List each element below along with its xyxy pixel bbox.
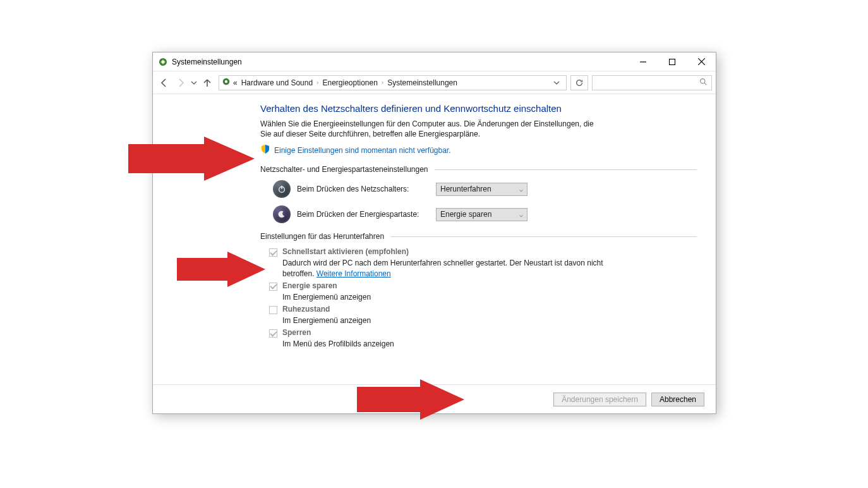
maximize-button[interactable] bbox=[658, 52, 687, 71]
nav-up-button[interactable] bbox=[200, 75, 215, 90]
content-area: Verhalten des Netzschalters definieren u… bbox=[153, 94, 716, 384]
lock-opt-desc: Im Menü des Profilbilds anzeigen bbox=[282, 339, 611, 349]
close-button[interactable] bbox=[687, 52, 716, 71]
navbar: « Hardware und Sound › Energieoptionen ›… bbox=[153, 71, 716, 94]
search-icon bbox=[699, 78, 708, 88]
page-description: Wählen Sie die Energieeinstellungen für … bbox=[260, 119, 601, 139]
breadcrumb-prefix: « bbox=[233, 78, 238, 87]
hibernate-opt-label: Ruhezustand bbox=[282, 305, 330, 314]
sleep-button-label: Beim Drücken der Energiespartaste: bbox=[297, 210, 430, 219]
option-lock: Sperren bbox=[269, 328, 697, 338]
power-button-label: Beim Drücken des Netzschalters: bbox=[297, 185, 430, 193]
sleep-button-row: Beim Drücken der Energiespartaste: Energ… bbox=[273, 205, 697, 223]
chevron-right-icon: › bbox=[316, 79, 318, 86]
address-bar[interactable]: « Hardware und Sound › Energieoptionen ›… bbox=[219, 75, 567, 90]
nav-back-button[interactable] bbox=[157, 75, 172, 90]
fast-startup-checkbox[interactable] bbox=[269, 248, 277, 257]
hibernate-opt-desc: Im Energiemenü anzeigen bbox=[282, 315, 611, 326]
svg-line-9 bbox=[704, 83, 706, 85]
sleep-checkbox[interactable] bbox=[269, 283, 277, 291]
chevron-right-icon: › bbox=[382, 79, 383, 86]
option-sleep: Energie sparen bbox=[269, 281, 697, 291]
cancel-button[interactable]: Abbrechen bbox=[651, 393, 704, 406]
chevron-down-icon: ⌵ bbox=[519, 186, 523, 193]
minimize-button[interactable] bbox=[629, 52, 658, 71]
svg-point-1 bbox=[162, 61, 164, 63]
search-input[interactable] bbox=[592, 75, 712, 90]
sleep-button-dropdown[interactable]: Energie sparen ⌵ bbox=[436, 208, 527, 221]
option-fast-startup: Schnellstart aktivieren (empfohlen) bbox=[269, 247, 697, 257]
nav-forward-button[interactable] bbox=[173, 75, 188, 90]
breadcrumb-item[interactable]: Energieoptionen bbox=[322, 78, 377, 87]
power-button-dropdown[interactable]: Herunterfahren ⌵ bbox=[436, 183, 527, 196]
chevron-down-icon: ⌵ bbox=[519, 211, 523, 218]
breadcrumb-item[interactable]: Hardware und Sound bbox=[241, 78, 313, 87]
lock-opt-label: Sperren bbox=[282, 328, 311, 337]
unlock-settings-link[interactable]: Einige Einstellungen sind momentan nicht… bbox=[274, 146, 451, 155]
fast-startup-desc: Dadurch wird der PC nach dem Herunterfah… bbox=[282, 258, 611, 278]
sleep-icon bbox=[273, 205, 291, 223]
button-bar: Änderungen speichern Abbrechen bbox=[153, 384, 716, 413]
app-icon bbox=[158, 57, 168, 67]
sleep-opt-label: Energie sparen bbox=[282, 281, 337, 290]
page-heading: Verhalten des Netzschalters definieren u… bbox=[260, 103, 697, 114]
svg-point-8 bbox=[701, 78, 705, 83]
lock-checkbox[interactable] bbox=[269, 329, 277, 338]
power-button-row: Beim Drücken des Netzschalters: Herunter… bbox=[273, 180, 697, 198]
titlebar: Systemeinstellungen bbox=[153, 52, 716, 71]
section-shutdown: Einstellungen für das Herunterfahren bbox=[260, 232, 697, 241]
power-icon bbox=[273, 180, 291, 198]
section-power-buttons: Netzschalter- und Energiespartasteneinst… bbox=[260, 165, 697, 174]
fast-startup-label: Schnellstart aktivieren (empfohlen) bbox=[282, 247, 409, 256]
nav-recent-chevron[interactable] bbox=[190, 75, 198, 90]
breadcrumb: « Hardware und Sound › Energieoptionen ›… bbox=[233, 78, 457, 87]
more-info-link[interactable]: Weitere Informationen bbox=[316, 269, 391, 278]
system-settings-window: Systemeinstellungen bbox=[152, 52, 716, 414]
save-button[interactable]: Änderungen speichern bbox=[553, 393, 646, 406]
refresh-button[interactable] bbox=[570, 75, 588, 90]
breadcrumb-item[interactable]: Systemeinstellungen bbox=[387, 78, 457, 87]
svg-rect-3 bbox=[670, 59, 675, 64]
app-icon-small bbox=[222, 77, 231, 88]
option-hibernate: Ruhezustand bbox=[269, 305, 697, 314]
window-title: Systemeinstellungen bbox=[172, 58, 242, 66]
hibernate-checkbox[interactable] bbox=[269, 306, 277, 314]
shield-icon bbox=[260, 144, 270, 156]
svg-point-7 bbox=[225, 80, 227, 83]
sleep-opt-desc: Im Energiemenü anzeigen bbox=[282, 292, 611, 302]
address-dropdown-icon[interactable] bbox=[550, 80, 564, 86]
